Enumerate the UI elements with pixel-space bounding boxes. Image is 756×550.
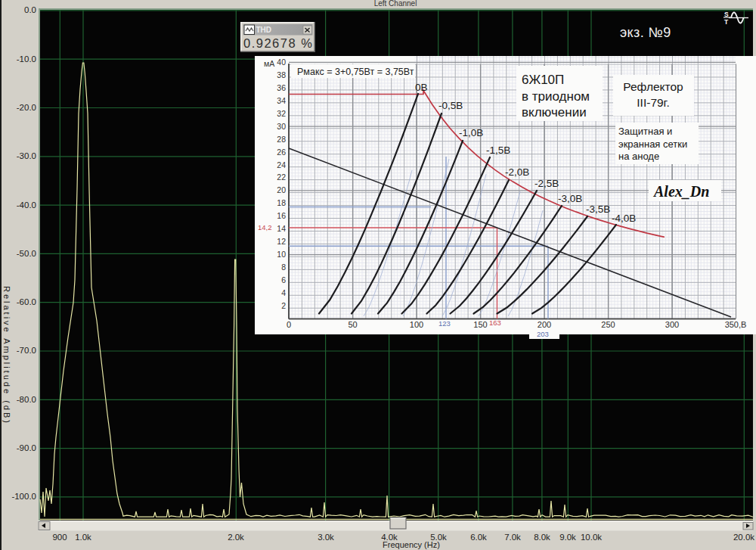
svg-text:включении: включении (522, 105, 587, 120)
svg-text:Рефлектор: Рефлектор (623, 80, 683, 93)
svg-text:40: 40 (277, 57, 286, 67)
svg-text:900: 900 (52, 533, 67, 542)
svg-text:18: 18 (277, 198, 286, 207)
svg-text:Рмакс = 3+0,75Вт = 3,75Вт: Рмакс = 3+0,75Вт = 3,75Вт (297, 67, 414, 77)
svg-text:203: 203 (537, 330, 549, 338)
svg-text:123: 123 (438, 319, 451, 328)
svg-text:30: 30 (277, 122, 286, 131)
svg-text:350,В: 350,В (725, 320, 747, 329)
svg-text:0.92678 %: 0.92678 % (243, 36, 313, 50)
svg-text:38: 38 (277, 70, 286, 79)
svg-text:-50.0: -50.0 (17, 249, 36, 258)
svg-text:22: 22 (277, 172, 286, 182)
svg-text:-3,5В: -3,5В (586, 204, 610, 215)
svg-text:7.0k: 7.0k (504, 533, 521, 542)
svg-text:Защитная и: Защитная и (618, 126, 672, 137)
svg-text:-1,5В: -1,5В (486, 144, 510, 156)
svg-text:в триодном: в триодном (522, 89, 590, 104)
svg-text:Alex_Dn: Alex_Dn (652, 183, 709, 200)
svg-text:Left Channel: Left Channel (374, 0, 417, 8)
svg-text:9.0k: 9.0k (559, 533, 576, 542)
svg-text:26: 26 (277, 148, 286, 157)
svg-text:50: 50 (348, 320, 357, 329)
svg-text:3.0k: 3.0k (318, 533, 334, 542)
svg-text:20: 20 (277, 185, 286, 194)
svg-text:300: 300 (665, 320, 679, 329)
svg-text:14: 14 (277, 224, 286, 233)
svg-text:экранная сетки: экранная сетки (618, 138, 687, 150)
svg-text:24: 24 (277, 160, 286, 169)
svg-text:36: 36 (277, 83, 286, 92)
svg-text:0В: 0В (415, 82, 428, 93)
svg-text:6.0k: 6.0k (470, 533, 487, 542)
svg-text:THD: THD (256, 26, 272, 34)
svg-text:10: 10 (277, 250, 286, 259)
svg-text:-90.0: -90.0 (17, 443, 36, 452)
svg-text:0.0: 0.0 (24, 5, 36, 14)
svg-text:10.0k: 10.0k (581, 533, 602, 542)
svg-text:20.0k: 20.0k (733, 533, 754, 542)
svg-text:-10.0: -10.0 (17, 54, 36, 64)
svg-text:Relative Amplitude (dB): Relative Amplitude (dB) (2, 286, 11, 425)
svg-text:III-79г.: III-79г. (637, 96, 669, 109)
svg-text:-80.0: -80.0 (17, 395, 36, 404)
svg-text:6Ж10П: 6Ж10П (522, 73, 564, 87)
svg-text:4: 4 (281, 288, 286, 297)
svg-text:-30.0: -30.0 (17, 151, 36, 160)
svg-text:6: 6 (281, 275, 286, 284)
svg-text:16: 16 (277, 211, 286, 220)
svg-text:200: 200 (538, 320, 551, 329)
svg-text:150: 150 (473, 320, 487, 329)
svg-text:-60.0: -60.0 (17, 297, 36, 306)
svg-text:32: 32 (277, 109, 286, 118)
svg-text:-2,0В: -2,0В (505, 166, 529, 178)
svg-text:1.0k: 1.0k (75, 533, 91, 542)
svg-text:34: 34 (277, 96, 286, 105)
svg-text:12: 12 (277, 237, 286, 246)
svg-text:2: 2 (281, 301, 286, 310)
svg-text:0: 0 (287, 320, 291, 329)
svg-text:-100.0: -100.0 (11, 492, 36, 501)
svg-text:-0,5В: -0,5В (438, 100, 463, 111)
svg-text:250: 250 (601, 320, 615, 329)
svg-text:-40.0: -40.0 (17, 200, 36, 210)
svg-text:экз. №9: экз. №9 (620, 25, 671, 40)
svg-text:14,2: 14,2 (258, 223, 272, 231)
svg-text:Frequency (Hz): Frequency (Hz) (383, 540, 440, 549)
svg-text:2.0k: 2.0k (228, 533, 244, 542)
svg-text:8.0k: 8.0k (534, 533, 550, 542)
svg-text:-20.0: -20.0 (17, 103, 36, 112)
svg-text:S: S (724, 11, 729, 18)
svg-text:100: 100 (410, 320, 423, 329)
svg-text:8: 8 (281, 263, 286, 272)
svg-text:163: 163 (489, 319, 501, 327)
svg-text:T: T (724, 18, 729, 26)
svg-text:-1,0В: -1,0В (459, 127, 483, 138)
svg-text:-4,0В: -4,0В (612, 213, 636, 224)
svg-text:на аноде: на аноде (618, 151, 659, 162)
svg-text:мА: мА (264, 59, 274, 68)
svg-text:28: 28 (277, 135, 286, 144)
svg-text:-2,5В: -2,5В (534, 178, 559, 189)
svg-text:-3,0В: -3,0В (558, 193, 582, 204)
svg-text:-70.0: -70.0 (17, 346, 36, 355)
